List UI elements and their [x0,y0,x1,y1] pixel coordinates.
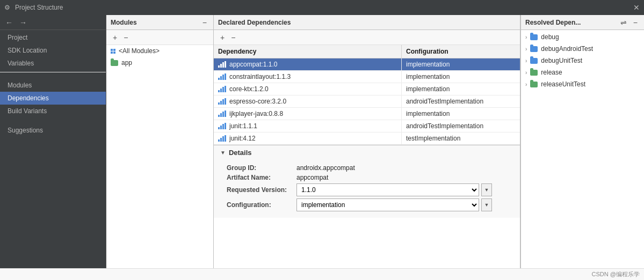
releaseunitTest-folder-icon [530,82,538,87]
sidebar-section-top: Project SDK Location Variables [0,30,106,71]
resolved-item-releaseunitTest[interactable]: › releaseUnitTest [521,78,644,90]
deps-remove-button[interactable]: − [229,33,237,42]
resolved-item-debugunitTest[interactable]: › debugUnitTest [521,55,644,67]
debug-folder-icon [530,34,538,40]
dep-icon-core-ktx [218,86,226,92]
artifact-name-value: appcompat [296,174,328,181]
detail-row-configuration: Configuration: implementation ▼ [227,198,513,211]
dep-row-core-ktx[interactable]: core-ktx:1.2.0 implementation [214,83,520,95]
panels: Modules − + − <All Modules> app [106,15,644,268]
dep-cell-appcompat-name: appcompat:1.1.0 [214,58,402,70]
resolved-item-debugandroidtest[interactable]: › debugAndroidTest [521,43,644,55]
resolved-item-release[interactable]: › release [521,67,644,78]
sidebar-item-sdk-location[interactable]: SDK Location [0,44,106,57]
sidebar-item-project[interactable]: Project [0,31,106,44]
resolved-minimize-button[interactable]: − [631,18,640,27]
deps-table-header: Dependency Configuration [214,45,520,58]
modules-toolbar: + − [106,30,213,45]
dep-row-junit412[interactable]: junit:4.12 testImplementation [214,132,520,145]
detail-row-artifact-name: Artifact Name: appcompat [227,174,513,181]
configuration-select[interactable]: implementation [296,198,479,211]
all-modules-label: <All Modules> [119,47,160,55]
chevron-right-icon-release: › [525,70,527,76]
dep-cell-ijkplayer-name: ijkplayer-java:0.8.8 [214,108,402,120]
deps-table: Dependency Configuration appcompat:1.1.0… [214,45,520,145]
dep-cell-junit111-conf: androidTestImplementation [402,120,520,132]
dep-cell-core-ktx-conf: implementation [402,83,520,95]
dep-col-dependency: Dependency [214,45,402,58]
sidebar-section-suggestions: Suggestions [0,123,106,138]
dep-cell-junit412-conf: testImplementation [402,132,520,144]
releaseunitTest-label: releaseUnitTest [541,80,585,88]
sidebar-item-suggestions[interactable]: Suggestions [0,124,106,137]
debugandroidtest-label: debugAndroidTest [541,45,593,53]
modules-list: <All Modules> app [106,45,213,268]
deps-panel-header: Declared Dependencies [214,15,520,30]
resolved-panel-title: Resolved Depen... [525,19,581,26]
dep-col-configuration: Configuration [402,45,520,58]
sidebar-separator [0,72,106,72]
title-bar: ⚙ Project Structure ✕ [0,0,644,15]
resolved-panel: Resolved Depen... ⇌ − › debug › debugAnd… [520,15,644,268]
dep-row-junit111[interactable]: junit:1.1.1 androidTestImplementation [214,120,520,132]
requested-version-label: Requested Version: [227,186,296,194]
dep-row-constraintlayout[interactable]: constraintlayout:1.1.3 implementation [214,71,520,83]
details-title: Details [229,149,252,157]
dep-row-ijkplayer[interactable]: ijkplayer-java:0.8.8 implementation [214,108,520,120]
deps-toolbar: + − [214,30,520,45]
main-content: ← → Project SDK Location Variables Modul… [0,15,644,268]
forward-button[interactable]: → [18,17,28,28]
sidebar-item-build-variants[interactable]: Build Variants [0,105,106,117]
debug-label: debug [541,33,559,41]
modules-add-button[interactable]: + [111,33,119,42]
dep-cell-appcompat-conf: implementation [402,58,520,70]
resolved-actions: ⇌ − [618,18,640,27]
chevron-right-icon-debug: › [525,34,527,40]
dep-cell-junit111-name: junit:1.1.1 [214,120,402,132]
sidebar-item-dependencies[interactable]: Dependencies [0,92,106,105]
dep-cell-espresso-conf: androidTestImplementation [402,95,520,107]
dependencies-panel: Declared Dependencies + − Dependency Con… [214,15,520,268]
configuration-input-row: implementation ▼ [296,198,492,211]
deps-add-button[interactable]: + [218,33,227,42]
back-button[interactable]: ← [4,17,14,28]
sidebar-item-modules[interactable]: Modules [0,79,106,92]
dep-cell-constraintlayout-conf: implementation [402,71,520,83]
title-bar-title: Project Structure [15,4,63,11]
details-header[interactable]: ▼ Details [214,145,520,160]
resolved-panel-header: Resolved Depen... ⇌ − [521,15,644,30]
configuration-label: Configuration: [227,201,296,209]
requested-version-dropdown-btn[interactable]: ▼ [481,183,492,196]
resolved-equalize-button[interactable]: ⇌ [618,18,629,27]
modules-remove-button[interactable]: − [121,33,130,42]
dep-icon-constraintlayout [218,73,226,80]
dep-cell-espresso-name: espresso-core:3.2.0 [214,95,402,107]
release-folder-icon [530,70,538,76]
close-button[interactable]: ✕ [633,4,640,11]
modules-minimize-button[interactable]: − [200,18,209,27]
dep-row-appcompat[interactable]: appcompat:1.1.0 implementation [214,58,520,71]
title-bar-left: ⚙ Project Structure [4,4,63,11]
sidebar: ← → Project SDK Location Variables Modul… [0,15,106,268]
sidebar-section-bottom: Modules Dependencies Build Variants [0,78,106,119]
deps-panel-title: Declared Dependencies [218,19,291,26]
details-section: ▼ Details Group ID: androidx.appcompat A… [214,145,520,218]
all-modules-icon [111,49,115,54]
module-item-all-modules[interactable]: <All Modules> [106,45,213,57]
sidebar-item-variables[interactable]: Variables [0,57,106,70]
title-bar-icon: ⚙ [4,4,12,11]
modules-panel-header: Modules − [106,15,213,30]
dep-icon-junit412 [218,135,226,142]
module-item-app[interactable]: app [106,57,213,69]
dep-cell-constraintlayout-name: constraintlayout:1.1.3 [214,71,402,83]
requested-version-select[interactable]: 1.1.0 [296,183,479,196]
detail-row-group-id: Group ID: androidx.appcompat [227,164,513,172]
dep-icon-ijkplayer [218,110,226,117]
bottom-bar: CSDN @编程乐学 [0,268,644,280]
artifact-name-label: Artifact Name: [227,174,296,181]
sidebar-spacer [0,73,106,78]
dep-icon-appcompat [218,61,226,68]
configuration-dropdown-btn[interactable]: ▼ [481,198,492,211]
dep-row-espresso[interactable]: espresso-core:3.2.0 androidTestImplement… [214,95,520,108]
resolved-item-debug[interactable]: › debug [521,31,644,43]
